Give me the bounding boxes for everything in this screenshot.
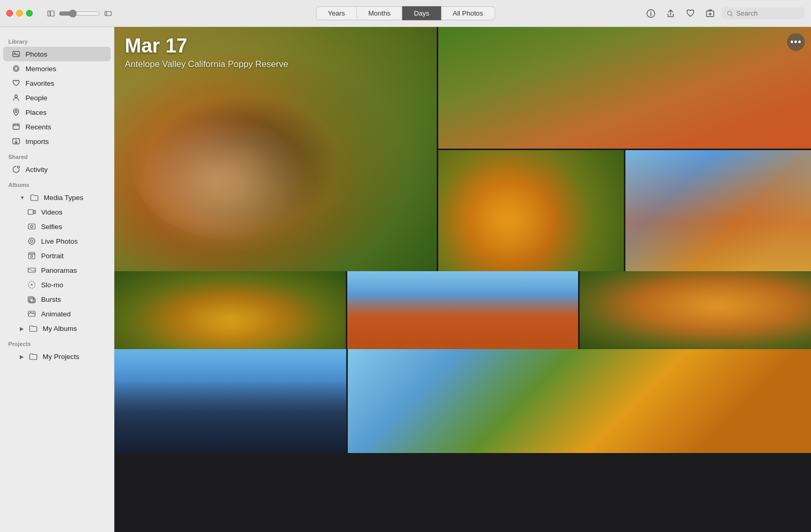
bursts-icon [27, 295, 36, 304]
sidebar-label-livephotos: Live Photos [41, 237, 78, 245]
sidebar-label-people: People [25, 94, 47, 102]
sidebar-label-photos: Photos [25, 50, 47, 58]
photos-icon [11, 49, 21, 59]
sidebar-item-livephotos[interactable]: Live Photos [3, 234, 111, 248]
svg-rect-36 [28, 268, 35, 272]
sidebar-item-bursts[interactable]: Bursts [3, 292, 111, 307]
sidebar-label-places: Places [25, 109, 47, 116]
photo-row-1-right: ••• [438, 27, 811, 271]
folder-icon [30, 193, 39, 202]
sidebar-item-videos[interactable]: Videos [3, 205, 111, 219]
sidebar-item-people[interactable]: People [3, 90, 111, 105]
tab-months[interactable]: Months [357, 6, 402, 20]
sidebar-item-favorites[interactable]: Favorites [3, 76, 111, 90]
portrait-icon [27, 251, 36, 260]
sidebar-item-photos[interactable]: Photos [3, 47, 111, 61]
photo-grid: Mar 17 Antelope Valley California Poppy … [114, 27, 811, 453]
sidebar-item-myprojects[interactable]: ▶ My Projects [3, 349, 111, 364]
sidebar-label-activity: Activity [25, 166, 48, 174]
sidebar-label-recents: Recents [25, 123, 51, 131]
tab-days[interactable]: Days [402, 6, 441, 20]
photo-7[interactable] [580, 271, 811, 349]
sidebar-item-places[interactable]: Places [3, 105, 111, 119]
photo-area: Mar 17 Antelope Valley California Poppy … [114, 27, 811, 532]
sidebar-toggle-icon[interactable] [46, 9, 56, 18]
svg-point-15 [15, 67, 18, 70]
selfies-icon [27, 222, 36, 231]
search-icon [727, 10, 733, 17]
sidebar-item-panoramas[interactable]: Panoramas [3, 263, 111, 277]
expand-myalbums-icon: ▶ [20, 326, 24, 331]
memories-icon [11, 64, 21, 73]
add-to-album-button[interactable] [702, 5, 718, 22]
myprojects-folder-icon [29, 352, 38, 361]
photo-6[interactable] [347, 271, 579, 349]
favorites-icon [11, 78, 21, 88]
albums-section-label: Albums [0, 177, 114, 190]
tab-allphotos[interactable]: All Photos [441, 6, 495, 20]
toolbar-actions [643, 5, 805, 22]
svg-rect-0 [48, 11, 50, 16]
photo-row-1-right-bottom [438, 150, 811, 272]
svg-point-14 [14, 66, 19, 72]
sidebar-item-myalbums[interactable]: ▶ My Albums [3, 321, 111, 336]
animated-icon [27, 309, 36, 318]
svg-rect-34 [29, 254, 35, 259]
svg-point-6 [650, 11, 651, 12]
sidebar-item-memories[interactable]: Memories [3, 61, 111, 76]
sidebar-item-portrait[interactable]: Portrait [3, 248, 111, 263]
fullscreen-icon[interactable] [103, 9, 113, 18]
photo-8[interactable] [114, 349, 346, 453]
sidebar-label-bursts: Bursts [41, 296, 61, 303]
svg-point-38 [31, 284, 33, 286]
svg-rect-2 [105, 11, 111, 16]
shared-section-label: Shared [0, 149, 114, 162]
svg-point-29 [31, 240, 33, 243]
panoramas-icon [27, 265, 36, 275]
share-button[interactable] [662, 5, 679, 22]
traffic-lights [6, 10, 33, 17]
tab-years[interactable]: Years [316, 6, 357, 20]
slomo-icon [27, 280, 36, 289]
sidebar-item-animated[interactable]: Animated [3, 307, 111, 321]
sidebar-item-mediatypes[interactable]: ▼ Media Types [3, 190, 111, 205]
photo-2[interactable]: ••• [438, 27, 811, 149]
videos-icon [27, 207, 36, 217]
people-icon [11, 93, 21, 102]
photo-row-3 [114, 349, 811, 453]
photo-4[interactable] [625, 150, 811, 272]
sidebar-item-slomo[interactable]: Slo-mo [3, 277, 111, 292]
maximize-button[interactable] [26, 10, 33, 17]
more-options-button[interactable]: ••• [787, 33, 805, 51]
sidebar-label-myalbums: My Albums [43, 325, 77, 332]
photo-9[interactable] [348, 349, 811, 453]
sidebar-label-portrait: Portrait [41, 252, 64, 260]
sidebar-item-activity[interactable]: Activity [3, 162, 111, 177]
minimize-button[interactable] [16, 10, 23, 17]
svg-rect-1 [50, 11, 54, 16]
photo-3[interactable] [438, 150, 624, 272]
photo-row-2 [114, 271, 811, 349]
titlebar: Years Months Days All Photos [0, 0, 811, 27]
sidebar-label-myprojects: My Projects [43, 353, 80, 361]
sidebar-item-selfies[interactable]: Selfies [3, 219, 111, 234]
myalbums-folder-icon [29, 324, 38, 333]
svg-point-27 [31, 225, 33, 228]
zoom-slider[interactable] [59, 10, 100, 17]
svg-rect-25 [28, 210, 33, 215]
svg-point-35 [31, 256, 33, 258]
close-button[interactable] [6, 10, 13, 17]
recents-icon [11, 122, 21, 131]
svg-point-18 [15, 111, 17, 113]
sidebar: Library Photos Memories [0, 27, 114, 532]
search-box[interactable] [722, 7, 805, 19]
favorite-button[interactable] [682, 5, 699, 22]
sidebar-label-imports: Imports [25, 138, 49, 145]
sidebar-item-imports[interactable]: Imports [3, 134, 111, 149]
info-button[interactable] [643, 5, 659, 22]
search-input[interactable] [736, 9, 800, 17]
photo-5[interactable] [114, 271, 346, 349]
photo-1[interactable]: Mar 17 Antelope Valley California Poppy … [114, 27, 437, 271]
sidebar-item-recents[interactable]: Recents [3, 119, 111, 134]
photo-row-1: Mar 17 Antelope Valley California Poppy … [114, 27, 811, 271]
